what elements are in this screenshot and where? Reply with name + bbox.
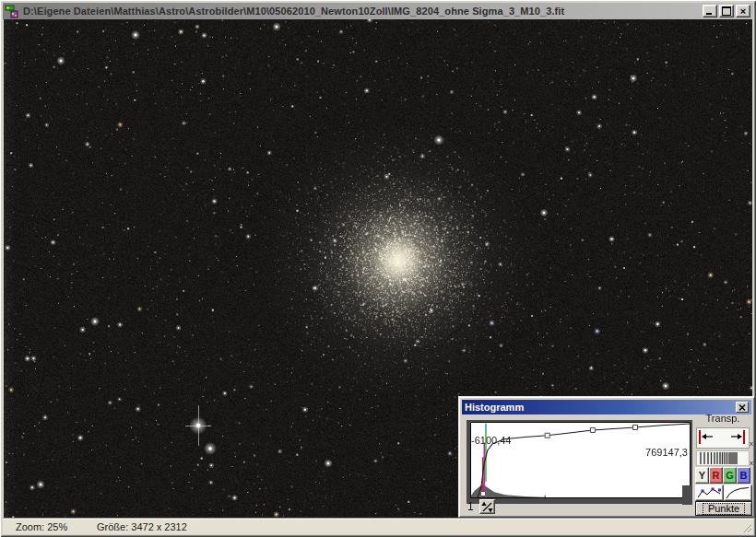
- histogram-canvas[interactable]: [470, 422, 691, 498]
- minimize-icon: [706, 13, 712, 15]
- channel-button-b[interactable]: B: [737, 467, 750, 484]
- histogram-controls: Transp. x: [695, 397, 752, 517]
- app-icon: [5, 4, 19, 18]
- histogram-plot-frame: -6100,44 769147,3: [467, 420, 692, 504]
- bars-x-label: x: [750, 460, 753, 467]
- minimize-button[interactable]: [703, 5, 717, 18]
- scale-toggle-button[interactable]: [479, 499, 495, 514]
- histogram-dialog: Histogramm -6100,44 769147,3 1: [458, 396, 755, 518]
- app-window: D:\Eigene Dateien\Matthias\Astro\Astrobi…: [0, 0, 756, 537]
- channel-button-r[interactable]: R: [709, 467, 723, 484]
- channel-button-y[interactable]: Y: [695, 467, 709, 484]
- punkte-button[interactable]: Punkte: [695, 501, 752, 516]
- points-curve-icon: [697, 486, 722, 499]
- transparency-bars-control[interactable]: [696, 450, 750, 466]
- transp-range-icon: [697, 428, 747, 446]
- channel-button-g[interactable]: G: [723, 467, 737, 484]
- size-status: Größe: 3472 x 2312: [97, 521, 187, 532]
- histogram-scale-value: 1: [467, 500, 474, 513]
- close-icon: ×: [740, 6, 746, 16]
- points-curve-button[interactable]: [695, 484, 724, 501]
- transparency-range-control[interactable]: [696, 427, 750, 449]
- transp-bars-icon: [697, 452, 747, 464]
- titlebar[interactable]: D:\Eigene Dateien\Matthias\Astro\Astrobi…: [3, 3, 753, 19]
- scale-toggle-icon: [481, 501, 493, 513]
- resize-grip-icon[interactable]: [740, 521, 752, 533]
- channel-buttons: Y R G B: [695, 467, 750, 484]
- maximize-icon: [722, 6, 731, 16]
- caption-buttons: ×: [703, 5, 750, 18]
- punkte-button-label: Punkte: [703, 503, 745, 515]
- plot-corner-notch: [682, 485, 692, 505]
- range-x-label: x: [750, 440, 753, 448]
- smooth-curve-button[interactable]: [724, 484, 752, 501]
- transp-label: Transp.: [695, 413, 750, 424]
- zoom-status: Zoom: 25%: [16, 521, 97, 532]
- maximize-button[interactable]: [719, 5, 734, 18]
- histogram-max-value: 769147,3: [645, 447, 688, 458]
- status-bar: Zoom: 25% Größe: 3472 x 2312: [3, 518, 753, 534]
- window-title: D:\Eigene Dateien\Matthias\Astro\Astrobi…: [23, 6, 703, 17]
- histogram-plot[interactable]: -6100,44 769147,3: [470, 422, 691, 498]
- close-button[interactable]: ×: [736, 5, 750, 18]
- histogram-min-value: -6100,44: [471, 435, 511, 446]
- curve-mode-buttons: [695, 484, 752, 501]
- smooth-curve-icon: [726, 486, 750, 499]
